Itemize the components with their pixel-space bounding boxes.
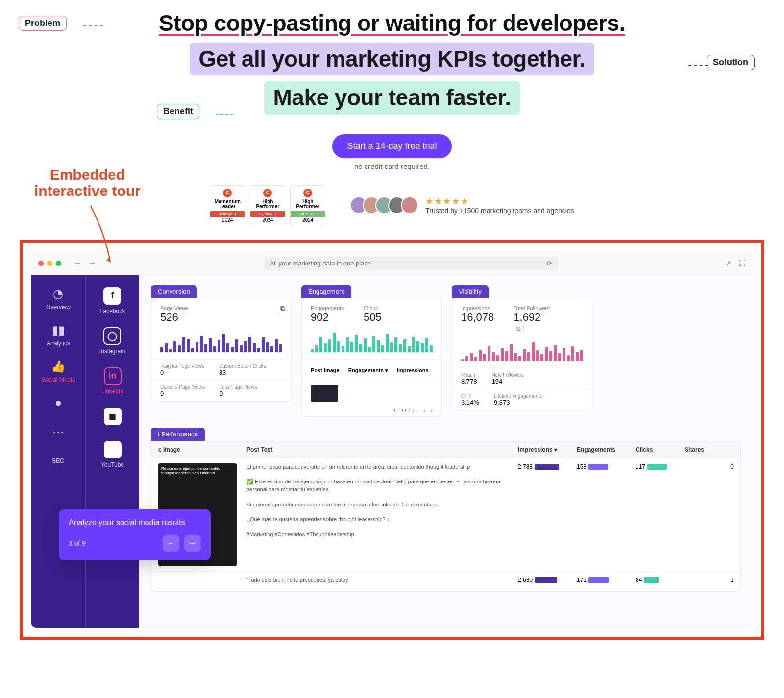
tour-prev-button[interactable]: ← <box>163 535 179 552</box>
start-trial-button[interactable]: Start a 14-day free trial <box>332 134 451 158</box>
bar-impressions <box>535 577 557 583</box>
tag-solution: Solution <box>707 55 755 70</box>
analytics-icon: ▮▮ <box>52 323 65 337</box>
col-image: c Image <box>158 446 246 453</box>
col-header: Impressions <box>397 367 429 374</box>
card-tab-visibility[interactable]: Visibility <box>452 285 489 298</box>
metric-label: CTR <box>461 393 479 399</box>
bar-engagements <box>588 577 609 583</box>
col-header: Post Image <box>311 367 340 374</box>
sidebar-item-analytics[interactable]: ▮▮Analytics <box>47 323 70 347</box>
card-conversion: Conversion ⧉ Page Views 526 <box>151 285 292 417</box>
g2-badges: GMomentumLeaderSUMMER2024GHighPerformerS… <box>210 185 325 225</box>
post-performance-section: t Performance c Image Post Text Impressi… <box>151 428 741 592</box>
post-text: El primer paso para convertirte en un re… <box>246 463 518 539</box>
sidebar-item-twitter[interactable]: ◼ <box>104 408 122 428</box>
browser-toolbar: ← → All your marketing data in one place… <box>31 252 753 275</box>
metric-value: 83 <box>219 369 266 376</box>
dashboard-app: ◔Overview▮▮Analytics👍Social Media●⋯SEO f… <box>31 275 753 628</box>
sidebar-item-linkedin[interactable]: inLinkedIn <box>101 367 123 395</box>
cell-shares: 0 <box>730 463 734 470</box>
cell-impressions: 2,788 <box>518 463 533 470</box>
headline-line1: Stop copy-pasting or waiting for develop… <box>159 10 625 37</box>
annotation-arrow-icon <box>86 206 115 265</box>
headline-line3: Make your team faster. <box>264 81 519 114</box>
metric-label: Reach <box>461 372 477 378</box>
metric-value: 194 <box>492 378 524 385</box>
sidebar-item-facebook[interactable]: fFacebook <box>99 287 125 314</box>
metric-value: 9 <box>220 390 257 397</box>
sidebar-item-dot2[interactable]: ⋯ <box>52 425 64 442</box>
metric-value: 3.14% <box>461 399 479 406</box>
kpi-label: Clicks <box>364 305 382 311</box>
minimize-icon[interactable] <box>47 261 52 266</box>
card-tab-conversion[interactable]: Conversion <box>151 285 197 298</box>
col-post-text: Post Text <box>246 446 518 453</box>
kpi-value: 1,692 <box>514 311 549 324</box>
pager-text: 1 - 11 / 11 <box>393 408 417 413</box>
fullscreen-icon[interactable]: ⛶ <box>739 259 746 267</box>
prev-icon[interactable]: ‹ <box>423 408 425 413</box>
linkedin-icon: in <box>104 367 122 385</box>
maximize-icon[interactable] <box>56 261 61 266</box>
sidebar-item-social-media[interactable]: 👍Social Media <box>42 360 75 383</box>
metric-label: New Followers <box>492 372 524 378</box>
tour-next-button[interactable]: → <box>184 535 201 552</box>
col-header[interactable]: Engagements ▾ <box>348 367 388 374</box>
sidebar-item-dot1[interactable]: ● <box>55 396 62 412</box>
sidebar-primary: ◔Overview▮▮Analytics👍Social Media●⋯SEO <box>31 275 85 628</box>
tour-title: Analyze your social media results <box>69 518 201 527</box>
refresh-icon[interactable]: ⟳ <box>547 260 552 267</box>
dash-solution <box>688 65 708 66</box>
headline-line2: Get all your marketing KPIs together. <box>190 43 594 75</box>
open-external-icon[interactable]: ↗ <box>725 259 731 267</box>
sidebar-item-seo[interactable]: SEO <box>52 455 64 464</box>
dot1-icon: ● <box>55 396 62 409</box>
metric-label: Careers Page Views <box>160 385 205 390</box>
trusted-block: ★★★★★ Trusted by +1500 marketing teams a… <box>355 196 574 215</box>
kpi-value: 526 <box>160 311 282 324</box>
headline: Stop copy-pasting or waiting for develop… <box>20 10 764 115</box>
cell-engagements: 171 <box>577 577 587 583</box>
post-text: "Todo está bien, no te preocupes, ya est… <box>246 577 518 584</box>
tag-benefit: Benefit <box>157 104 199 119</box>
sparkline <box>461 337 583 361</box>
dot2-icon: ⋯ <box>52 425 64 439</box>
sidebar-item-instagram[interactable]: ◯Instagram <box>99 327 125 355</box>
cell-engagements: 158 <box>577 463 587 470</box>
close-icon[interactable] <box>38 261 44 266</box>
card-expand-icon[interactable]: ⧉ <box>280 304 285 313</box>
instagram-icon: ◯ <box>103 327 121 345</box>
sidebar-item-overview[interactable]: ◔Overview <box>46 287 71 311</box>
cell-impressions: 2,630 <box>518 577 533 583</box>
metric-value: 9,873 <box>494 399 542 406</box>
table-row[interactable]: Revisa este ejemplo de contenido thought… <box>151 458 740 571</box>
metric-label: Jobs Page Views <box>220 385 257 390</box>
sidebar-item-youtube[interactable]: YouTube <box>101 441 124 468</box>
next-icon[interactable]: › <box>431 408 433 413</box>
traffic-lights <box>38 261 61 266</box>
metric-value: 9 <box>160 390 205 397</box>
sparkline <box>311 329 433 352</box>
col-impressions[interactable]: Impressions ▾ <box>518 446 577 453</box>
cell-clicks: 84 <box>636 577 642 583</box>
kpi-label: Impressions <box>461 305 494 311</box>
bar-engagements <box>588 464 608 470</box>
bar-clicks <box>647 464 667 470</box>
kpi-value: 902 <box>311 311 344 324</box>
card-tab-engagement[interactable]: Engagement <box>301 285 351 298</box>
table-row[interactable]: "Todo está bien, no te preocupes, ya est… <box>151 571 740 591</box>
tag-problem: Problem <box>19 16 67 31</box>
metric-label: Lifetime engagements <box>494 393 542 399</box>
post-image-thumb <box>158 577 237 586</box>
kpi-label: Engagements <box>311 305 344 311</box>
more-icon[interactable]: ⧉ ⋮ <box>516 325 524 332</box>
trusted-text: Trusted by +1500 marketing teams and age… <box>425 207 574 215</box>
url-title: All your marketing data in one place <box>270 260 371 267</box>
avatar <box>401 196 418 214</box>
post-performance-tab[interactable]: t Performance <box>151 428 205 441</box>
back-icon[interactable]: ← <box>74 259 82 267</box>
url-bar[interactable]: All your marketing data in one place ⟳ <box>264 257 558 270</box>
browser-window: ← → All your marketing data in one place… <box>31 252 753 628</box>
cell-clicks: 117 <box>636 463 645 470</box>
